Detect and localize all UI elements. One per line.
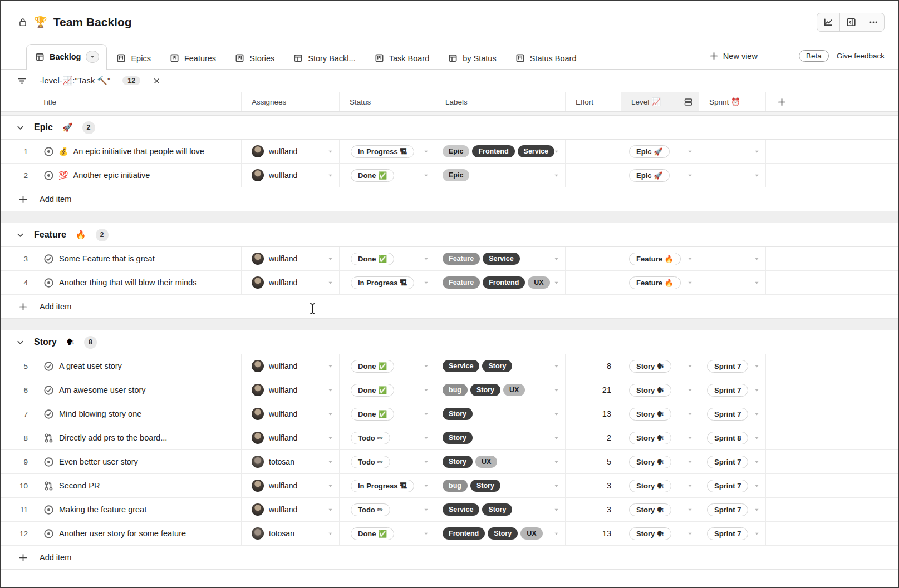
column-header-effort[interactable]: Effort (566, 92, 621, 111)
caret-down-icon[interactable] (327, 411, 333, 417)
caret-down-icon[interactable] (327, 149, 333, 155)
level-pill[interactable]: Story 🗣 (629, 480, 671, 492)
caret-down-icon[interactable] (553, 149, 559, 155)
status-pill[interactable]: In Progress 🏗 (351, 480, 414, 492)
label-pill[interactable]: UX (503, 384, 525, 396)
row-title[interactable]: Mind blowing story one (59, 409, 141, 418)
labels-cell[interactable]: FeatureFrontendUX (435, 271, 566, 294)
status-cell[interactable]: Done ✅ (340, 378, 435, 402)
caret-down-icon[interactable] (327, 280, 333, 286)
status-pill[interactable]: In Progress 🏗 (351, 145, 414, 158)
caret-down-icon[interactable] (553, 459, 559, 465)
row-title[interactable]: Another thing that will blow their minds (59, 278, 196, 287)
status-cell[interactable]: Todo ✏ (340, 426, 435, 449)
level-pill[interactable]: Story 🗣 (629, 456, 671, 468)
label-pill[interactable]: Story (470, 384, 500, 396)
status-cell[interactable]: Todo ✏ (340, 450, 435, 473)
sprint-cell[interactable]: Sprint 7 (699, 498, 766, 521)
chevron-down-icon[interactable] (16, 231, 24, 239)
level-pill[interactable]: Story 🗣 (629, 360, 671, 373)
filter-query[interactable]: -level-📈:"Task 🔨" (40, 76, 110, 86)
caret-down-icon[interactable] (687, 435, 693, 441)
status-pill[interactable]: In Progress 🏗 (351, 276, 414, 289)
status-pill[interactable]: Done ✅ (351, 360, 394, 373)
caret-down-icon[interactable] (754, 531, 760, 537)
add-item-row[interactable]: Add item (1, 295, 898, 319)
row-title[interactable]: Am awesome user story (59, 386, 146, 394)
caret-down-icon[interactable] (754, 507, 760, 513)
effort-cell[interactable]: 2 (566, 426, 621, 449)
caret-down-icon[interactable] (687, 507, 693, 513)
assignee-cell[interactable]: wulfland (242, 378, 340, 402)
caret-down-icon[interactable] (687, 483, 693, 489)
effort-cell[interactable] (566, 140, 621, 163)
sprint-pill[interactable]: Sprint 8 (707, 432, 748, 444)
sprint-cell[interactable] (699, 140, 766, 163)
status-pill[interactable]: Done ✅ (351, 384, 394, 397)
caret-down-icon[interactable] (754, 172, 760, 179)
status-cell[interactable]: Done ✅ (340, 354, 435, 378)
labels-cell[interactable]: Story (435, 402, 566, 426)
level-cell[interactable]: Story 🗣 (621, 378, 699, 402)
caret-down-icon[interactable] (754, 363, 760, 369)
chevron-down-icon[interactable] (16, 338, 24, 347)
sprint-cell[interactable]: Sprint 7 (699, 450, 766, 473)
caret-down-icon[interactable] (687, 256, 693, 262)
column-header-title[interactable]: Title (1, 92, 242, 111)
sprint-pill[interactable]: Sprint 7 (707, 408, 748, 421)
column-header-sprint[interactable]: Sprint ⏰ (699, 92, 766, 111)
assignee-cell[interactable]: wulfland (242, 271, 340, 294)
effort-cell[interactable]: 21 (566, 378, 621, 402)
add-item-row[interactable]: Add item (1, 546, 898, 570)
labels-cell[interactable]: bugStoryUX (435, 378, 566, 402)
label-pill[interactable]: Service (518, 145, 554, 157)
caret-down-icon[interactable] (553, 435, 559, 441)
caret-down-icon[interactable] (754, 256, 760, 262)
side-panel-button[interactable] (839, 13, 862, 31)
title-cell[interactable]: 11Making the feature great (1, 498, 242, 521)
caret-down-icon[interactable] (687, 411, 693, 417)
title-cell[interactable]: 6Am awesome user story (1, 378, 242, 402)
assignee-cell[interactable]: wulfland (242, 474, 340, 497)
label-pill[interactable]: Service (443, 503, 479, 516)
caret-down-icon[interactable] (553, 411, 559, 417)
labels-cell[interactable]: bugStory (435, 474, 566, 497)
title-cell[interactable]: 2💯Another epic initiative (1, 164, 242, 187)
label-pill[interactable]: bug (443, 384, 468, 396)
caret-down-icon[interactable] (327, 387, 333, 393)
effort-cell[interactable] (566, 247, 621, 270)
tab-status-board[interactable]: Status Board (506, 47, 586, 69)
row-title[interactable]: Another user story for some feature (59, 529, 186, 538)
caret-down-icon[interactable] (553, 256, 559, 262)
caret-down-icon[interactable] (553, 387, 559, 393)
group-header-epic[interactable]: Epic🚀2 (1, 116, 898, 140)
labels-cell[interactable]: FrontendStoryUX (435, 522, 566, 545)
label-pill[interactable]: Frontend (443, 527, 485, 540)
label-pill[interactable]: Story (482, 503, 512, 516)
effort-cell[interactable]: 8 (566, 354, 621, 378)
caret-down-icon[interactable] (687, 149, 693, 155)
status-cell[interactable]: In Progress 🏗 (340, 140, 435, 163)
assignee-cell[interactable]: wulfland (242, 498, 340, 521)
level-cell[interactable]: Epic 🚀 (621, 164, 699, 187)
labels-cell[interactable]: EpicFrontendService (435, 140, 566, 163)
label-pill[interactable]: UX (520, 527, 542, 540)
level-cell[interactable]: Story 🗣 (621, 498, 699, 521)
add-column-button[interactable] (766, 92, 898, 111)
title-cell[interactable]: 9Even better user story (1, 450, 242, 473)
row-title[interactable]: Even better user story (59, 457, 138, 466)
caret-down-icon[interactable] (754, 459, 760, 465)
title-cell[interactable]: 12Another user story for some feature (1, 522, 242, 545)
sprint-pill[interactable]: Sprint 7 (707, 384, 748, 397)
caret-down-icon[interactable] (553, 172, 559, 179)
status-pill[interactable]: Todo ✏ (351, 503, 390, 516)
assignee-cell[interactable]: wulfland (242, 164, 340, 187)
level-cell[interactable]: Feature 🔥 (621, 247, 699, 270)
label-pill[interactable]: Story (470, 480, 500, 492)
caret-down-icon[interactable] (423, 256, 429, 262)
tab-stories[interactable]: Stories (225, 47, 284, 69)
title-cell[interactable]: 5A great uset story (1, 354, 242, 378)
effort-cell[interactable]: 13 (566, 522, 621, 545)
labels-cell[interactable]: StoryUX (435, 450, 566, 473)
labels-cell[interactable]: Epic (435, 164, 566, 187)
